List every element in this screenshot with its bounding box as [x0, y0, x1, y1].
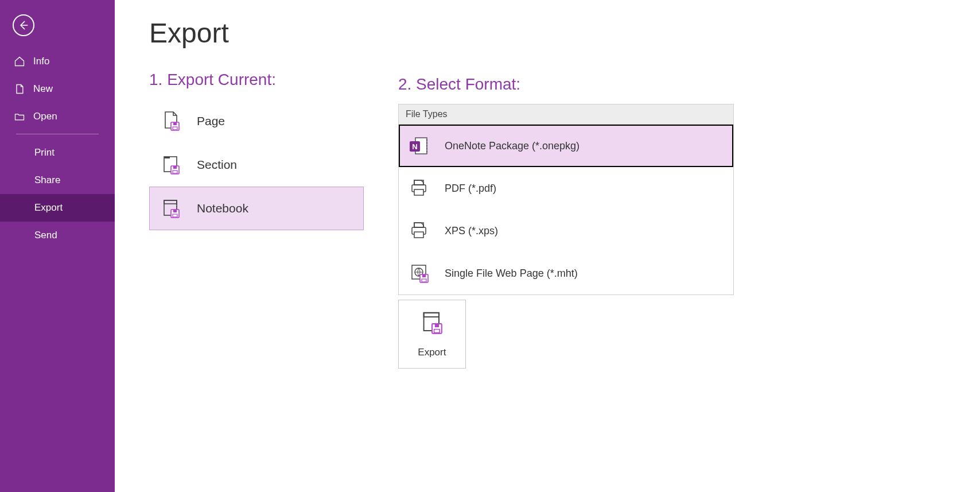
select-format-column: 2. Select Format: File Types N OneNote P… [398, 75, 734, 369]
export-current-heading: 1. Export Current: [149, 71, 364, 89]
svg-rect-30 [424, 313, 439, 317]
export-option-notebook[interactable]: Notebook [149, 187, 364, 230]
nav-subitem-label: Send [34, 230, 57, 241]
export-option-label: Notebook [197, 202, 248, 215]
nav-item-label: Open [33, 111, 57, 122]
page-save-icon [159, 109, 183, 133]
export-button-label: Export [418, 347, 446, 358]
nav-item-open[interactable]: Open [0, 103, 115, 130]
format-option-label: OneNote Package (*.onepkg) [445, 140, 580, 152]
nav-subitem-label: Export [34, 202, 63, 213]
folder-open-icon [14, 111, 25, 122]
nav-subitem-send[interactable]: Send [0, 222, 115, 249]
svg-rect-27 [422, 274, 426, 277]
export-current-options: Page Section [149, 99, 364, 230]
svg-rect-33 [435, 324, 439, 327]
backstage-sidebar: Info New Open Print Share Export Send [0, 0, 115, 492]
format-option-onepkg[interactable]: N OneNote Package (*.onepkg) [399, 125, 733, 167]
printer-icon [407, 219, 431, 243]
nav-item-new[interactable]: New [0, 75, 115, 103]
sidebar-separator [16, 134, 99, 134]
format-option-label: XPS (*.xps) [445, 225, 498, 237]
new-file-icon [14, 83, 25, 95]
export-current-column: 1. Export Current: Page [149, 71, 364, 369]
nav-item-info[interactable]: Info [0, 48, 115, 75]
format-option-pdf[interactable]: PDF (*.pdf) [399, 167, 733, 210]
onenote-pkg-icon: N [407, 134, 431, 158]
format-option-label: Single File Web Page (*.mht) [445, 268, 578, 280]
svg-rect-4 [164, 157, 170, 158]
home-icon [14, 56, 25, 67]
svg-rect-23 [414, 232, 423, 238]
export-option-section[interactable]: Section [149, 143, 364, 187]
svg-rect-1 [173, 122, 177, 125]
format-option-label: PDF (*.pdf) [445, 183, 496, 195]
svg-text:N: N [412, 142, 417, 151]
format-option-xps[interactable]: XPS (*.xps) [399, 210, 733, 252]
svg-rect-20 [414, 189, 423, 195]
notebook-save-icon [159, 196, 183, 220]
export-option-page[interactable]: Page [149, 99, 364, 143]
page-title: Export [149, 17, 980, 49]
nav-subitem-label: Share [34, 175, 60, 185]
nav-item-label: New [33, 83, 53, 95]
nav-subitem-print[interactable]: Print [0, 139, 115, 166]
printer-icon [407, 176, 431, 200]
format-option-mht[interactable]: Single File Web Page (*.mht) [399, 252, 733, 295]
export-option-label: Page [197, 114, 225, 128]
main-content: Export 1. Export Current: Page [115, 0, 980, 492]
arrow-left-icon [18, 20, 29, 31]
back-button[interactable] [13, 14, 34, 36]
webpage-save-icon [407, 261, 431, 285]
nav-subitem-share[interactable]: Share [0, 166, 115, 194]
export-option-label: Section [197, 158, 237, 172]
nav-item-label: Info [33, 56, 49, 67]
svg-rect-6 [173, 166, 177, 169]
svg-rect-12 [173, 210, 177, 212]
section-save-icon [159, 153, 183, 177]
nav-subitem-export[interactable]: Export [0, 194, 115, 222]
format-group-header: File Types [399, 104, 733, 125]
export-button[interactable]: Export [398, 300, 466, 369]
svg-rect-9 [164, 200, 177, 204]
select-format-heading: 2. Select Format: [398, 75, 734, 94]
nav-subitem-label: Print [34, 147, 55, 158]
format-list: File Types N OneNote Package (*.onepkg) [398, 104, 734, 295]
notebook-save-icon [418, 310, 446, 338]
